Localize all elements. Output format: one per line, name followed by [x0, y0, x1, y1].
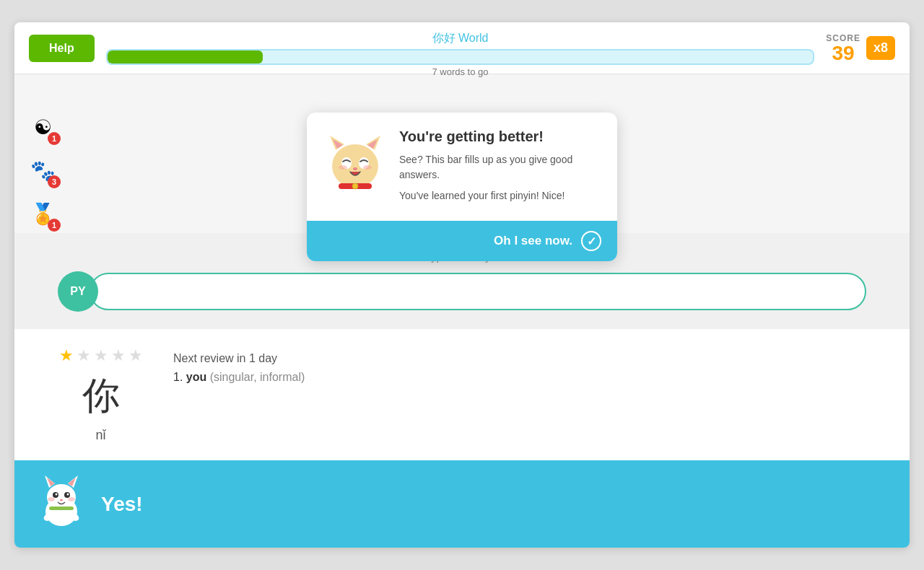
star-4: ★	[111, 346, 126, 365]
next-review: Next review in 1 day	[173, 352, 305, 365]
review-info: Next review in 1 day 1. you (singular, i…	[173, 346, 305, 443]
word-display: ★ ★ ★ ★ ★ 你 nǐ	[58, 346, 144, 443]
bottom-bar[interactable]: Yes!	[14, 460, 910, 548]
header: Help 你好 World 7 words to go SCORE 39 x8	[14, 22, 910, 74]
sidebar-icon-paw[interactable]: 🐾 3	[25, 152, 61, 188]
sidebar-badge-3: 3	[48, 175, 61, 188]
yes-text: Yes!	[101, 493, 143, 516]
tooltip-line1: See? This bar fills up as you give good …	[399, 152, 601, 183]
pinyin-input[interactable]	[90, 273, 866, 310]
svg-point-0	[332, 144, 378, 188]
definition: 1. you (singular, informal)	[173, 371, 305, 384]
svg-point-9	[353, 167, 357, 170]
sidebar-icon-medal[interactable]: 🏅 1	[25, 196, 61, 232]
check-circle-icon: ✓	[581, 231, 601, 251]
review-section: ★ ★ ★ ★ ★ 你 nǐ Next review in 1 day 1. y…	[14, 329, 910, 460]
progress-wrapper: 7 words to go	[106, 49, 815, 65]
multiplier-badge: x8	[866, 36, 895, 60]
sidebar-badge-medal: 1	[48, 219, 61, 232]
definition-note: (singular, informal)	[210, 371, 305, 383]
progress-area: 你好 World 7 words to go	[106, 31, 815, 65]
star-5: ★	[128, 346, 143, 365]
app-container: Help 你好 World 7 words to go SCORE 39 x8 …	[14, 22, 910, 548]
sidebar-badge-1: 1	[48, 132, 61, 145]
tooltip-popup: You're getting better! See? This bar fil…	[307, 113, 617, 261]
sidebar: ☯ 1 🐾 3 🏅 1	[25, 109, 61, 232]
svg-rect-25	[49, 507, 74, 510]
progress-bar-fill	[108, 51, 263, 63]
svg-point-7	[339, 165, 347, 170]
definition-number: 1.	[173, 371, 186, 383]
tooltip-action-label: Oh I see now.	[494, 234, 572, 248]
words-to-go: 7 words to go	[432, 66, 488, 77]
tooltip-line2: You've learned your first pinyin! Nice!	[399, 188, 601, 203]
definition-main: you	[186, 371, 210, 383]
svg-point-21	[67, 494, 69, 496]
svg-point-11	[352, 183, 358, 189]
sidebar-icon-yinyang[interactable]: ☯ 1	[25, 109, 61, 145]
pinyin-display: nǐ	[95, 427, 106, 443]
tooltip-text-area: You're getting better! See? This bar fil…	[399, 128, 601, 209]
stars-row: ★ ★ ★ ★ ★	[59, 346, 143, 365]
tooltip-heading: You're getting better!	[399, 128, 601, 145]
svg-point-23	[68, 497, 75, 501]
help-button[interactable]: Help	[29, 35, 95, 62]
cat-mascot-icon	[323, 128, 388, 201]
svg-point-22	[48, 497, 55, 501]
svg-point-8	[363, 165, 372, 170]
chinese-character: 你	[82, 371, 120, 421]
py-circle: PY	[58, 271, 98, 312]
tooltip-body: You're getting better! See? This bar fil…	[307, 113, 617, 221]
progress-bar-container	[106, 49, 815, 65]
star-1: ★	[59, 346, 74, 365]
svg-point-20	[56, 494, 58, 496]
star-2: ★	[77, 346, 91, 365]
star-3: ★	[94, 346, 108, 365]
score-area: SCORE 39 x8	[826, 33, 895, 63]
lesson-title: 你好 World	[432, 31, 489, 46]
score-value: 39	[832, 43, 855, 63]
bottom-cat-icon	[36, 472, 87, 536]
svg-point-24	[60, 499, 63, 501]
input-row: PY	[58, 271, 866, 312]
tooltip-action-button[interactable]: Oh I see now. ✓	[307, 221, 617, 261]
